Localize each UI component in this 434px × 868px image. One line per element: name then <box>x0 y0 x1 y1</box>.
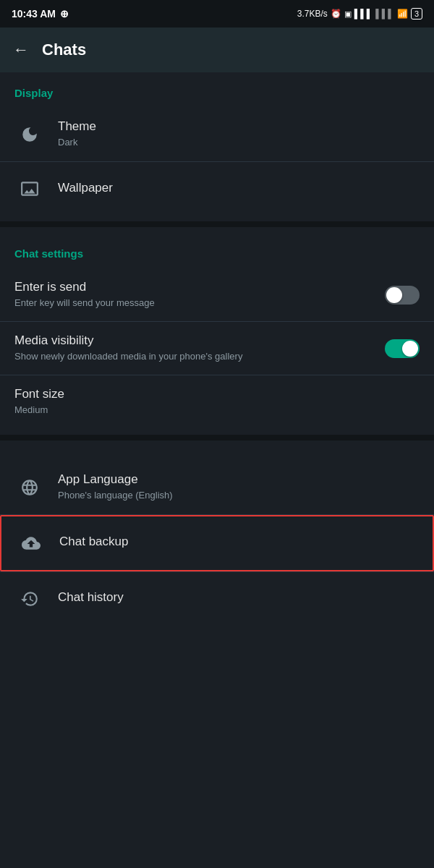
status-bar-left: 10:43 AM ⊕ <box>12 8 69 20</box>
status-bar: 10:43 AM ⊕ 3.7KB/s ⏰ ▣ ▌▌▌ ▌▌▌ 📶 3 <box>0 0 434 27</box>
theme-item[interactable]: Theme Dark <box>0 108 434 161</box>
chat-settings-label: Chat settings <box>0 247 434 268</box>
media-visibility-toggle[interactable] <box>385 339 420 358</box>
sim-icon: ▣ <box>344 9 352 19</box>
top-bar: ← Chats <box>0 27 434 72</box>
chat-backup-text: Chat backup <box>59 535 418 551</box>
font-size-text: Font size Medium <box>14 387 420 417</box>
media-visibility-toggle-container[interactable] <box>385 339 420 358</box>
wallpaper-item[interactable]: Wallpaper <box>0 162 434 216</box>
app-language-icon <box>14 472 45 503</box>
enter-is-send-toggle[interactable] <box>385 286 420 305</box>
media-visibility-text: Media visibility Show newly downloaded m… <box>14 333 378 363</box>
network-speed: 3.7KB/s <box>297 9 328 19</box>
signal-bars2-icon: ▌▌▌ <box>375 9 394 19</box>
theme-text: Theme Dark <box>58 119 420 149</box>
media-visibility-toggle-thumb <box>402 341 418 357</box>
app-language-subtitle: Phone's language (English) <box>58 489 420 502</box>
section-divider-1 <box>0 221 434 227</box>
enter-is-send-toggle-thumb <box>386 287 402 303</box>
chat-history-item[interactable]: Chat history <box>0 572 434 626</box>
battery-icon: 3 <box>411 8 422 20</box>
font-size-item[interactable]: Font size Medium <box>0 375 434 428</box>
app-language-text: App Language Phone's language (English) <box>58 472 420 502</box>
display-section-label: Display <box>0 87 434 108</box>
wifi-icon: 📶 <box>397 9 408 19</box>
media-visibility-subtitle: Show newly downloaded media in your phon… <box>14 350 378 363</box>
section-divider-2 <box>0 435 434 441</box>
chat-backup-title: Chat backup <box>59 535 418 549</box>
signal-bars-icon: ▌▌▌ <box>354 9 373 19</box>
enter-is-send-subtitle: Enter key will send your message <box>14 297 378 310</box>
time-display: 10:43 AM <box>12 8 56 20</box>
wallpaper-text: Wallpaper <box>58 181 420 197</box>
media-visibility-item[interactable]: Media visibility Show newly downloaded m… <box>0 322 434 375</box>
enter-is-send-title: Enter is send <box>14 280 378 294</box>
wallpaper-title: Wallpaper <box>58 181 420 195</box>
other-section: App Language Phone's language (English) … <box>0 446 434 626</box>
chat-backup-item[interactable]: Chat backup <box>0 515 434 571</box>
back-button[interactable]: ← <box>13 41 29 59</box>
media-visibility-title: Media visibility <box>14 333 378 348</box>
theme-title: Theme <box>58 119 420 134</box>
app-language-title: App Language <box>58 472 420 487</box>
data-activity-icon: ⊕ <box>60 8 69 20</box>
settings-content: Display Theme Dark Wallpaper <box>0 72 434 626</box>
font-size-subtitle: Medium <box>14 404 420 417</box>
enter-is-send-text: Enter is send Enter key will send your m… <box>14 280 378 310</box>
chat-history-icon <box>14 584 45 614</box>
app-language-item[interactable]: App Language Phone's language (English) <box>0 461 434 514</box>
status-bar-right: 3.7KB/s ⏰ ▣ ▌▌▌ ▌▌▌ 📶 3 <box>297 8 422 20</box>
enter-is-send-item[interactable]: Enter is send Enter key will send your m… <box>0 268 434 321</box>
chat-settings-section: Chat settings Enter is send Enter key wi… <box>0 233 434 429</box>
display-section: Display Theme Dark Wallpaper <box>0 72 434 216</box>
theme-icon <box>14 119 45 150</box>
page-title: Chats <box>42 41 86 59</box>
chat-history-title: Chat history <box>58 590 420 605</box>
font-size-title: Font size <box>14 387 420 401</box>
enter-is-send-toggle-container[interactable] <box>385 286 420 305</box>
theme-subtitle: Dark <box>58 136 420 149</box>
chat-backup-icon <box>16 528 46 558</box>
chat-history-text: Chat history <box>58 590 420 607</box>
wallpaper-icon <box>14 174 45 204</box>
alarm-icon: ⏰ <box>331 9 341 19</box>
